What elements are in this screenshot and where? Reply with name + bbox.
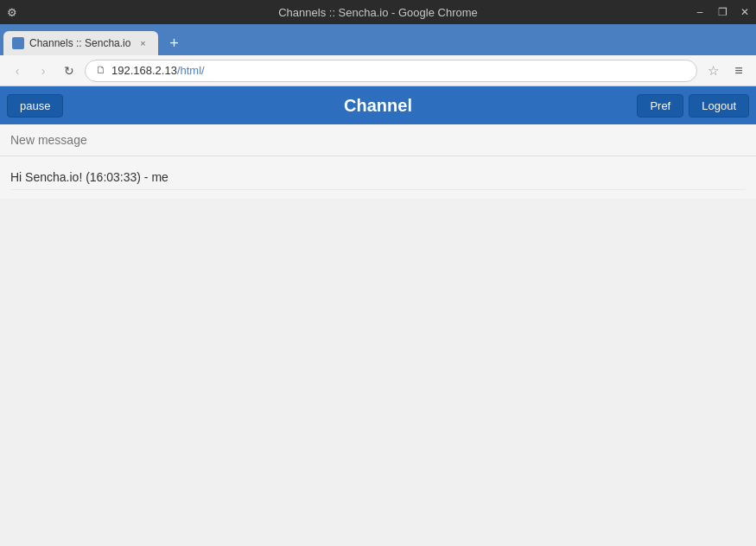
- message-input[interactable]: [10, 133, 746, 147]
- new-tab-button[interactable]: +: [162, 31, 186, 55]
- content-area: Hi Sencha.io! (16:03:33) - me: [0, 124, 756, 199]
- tab-favicon: [12, 37, 24, 49]
- logout-button[interactable]: Logout: [689, 94, 749, 117]
- close-button[interactable]: ✕: [734, 0, 756, 24]
- back-button[interactable]: ‹: [7, 60, 28, 81]
- minimize-button[interactable]: –: [689, 0, 711, 24]
- window-controls: – ❐ ✕: [689, 0, 756, 24]
- url-input[interactable]: 🗋 192.168.2.13/html/: [85, 60, 697, 82]
- window-title: Channels :: Sencha.io - Google Chrome: [278, 6, 478, 19]
- maximize-button[interactable]: ❐: [711, 0, 734, 24]
- header-right: Pref Logout: [637, 94, 749, 117]
- address-bar: ‹ › ↻ 🗋 192.168.2.13/html/ ☆ ≡: [0, 55, 756, 86]
- message-text: Hi Sencha.io! (16:03:33) - me: [10, 170, 168, 184]
- browser-tab-active[interactable]: Channels :: Sencha.io ×: [3, 31, 158, 55]
- message-input-area: [0, 124, 756, 156]
- page-icon: 🗋: [96, 64, 108, 78]
- tab-bar: Channels :: Sencha.io × +: [0, 24, 756, 55]
- tab-close-button[interactable]: ×: [136, 36, 149, 50]
- app-title: Channel: [344, 96, 412, 116]
- pause-button[interactable]: pause: [7, 94, 63, 117]
- tab-title: Channels :: Sencha.io: [29, 37, 130, 49]
- url-text: 192.168.2.13/html/: [111, 64, 205, 77]
- gear-icon[interactable]: ⚙: [7, 6, 17, 19]
- app-header: pause Channel Pref Logout: [0, 86, 756, 124]
- browser-menu-button[interactable]: ≡: [728, 60, 749, 81]
- bookmark-button[interactable]: ☆: [702, 60, 723, 81]
- title-bar: ⚙ Channels :: Sencha.io - Google Chrome …: [0, 0, 756, 24]
- pref-button[interactable]: Pref: [637, 94, 683, 117]
- reload-button[interactable]: ↻: [59, 60, 79, 81]
- messages-list: Hi Sencha.io! (16:03:33) - me: [0, 156, 756, 199]
- header-left: pause: [7, 94, 63, 117]
- forward-button[interactable]: ›: [33, 60, 54, 81]
- message-item: Hi Sencha.io! (16:03:33) - me: [10, 165, 746, 190]
